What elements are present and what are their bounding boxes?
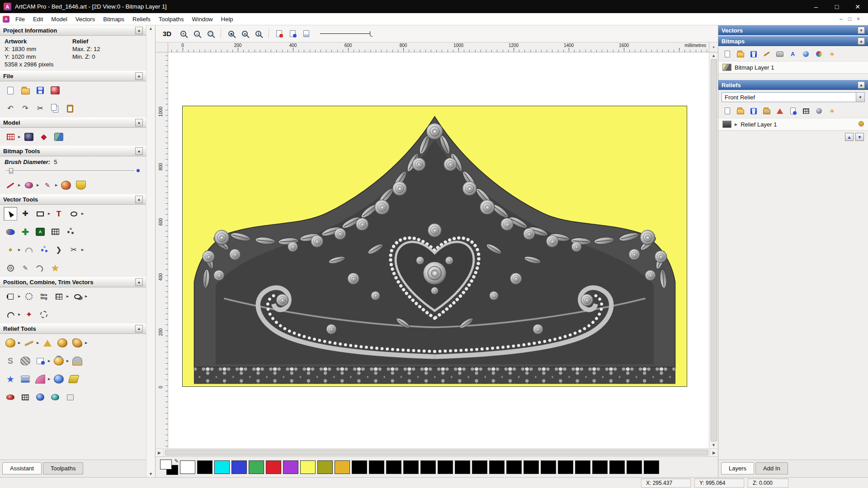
primary-colour-swatch[interactable] [160, 460, 172, 469]
offset-relief-icon[interactable] [67, 372, 80, 386]
view-3d-button[interactable]: 3D [160, 29, 174, 38]
dome-relief-icon[interactable] [56, 336, 69, 350]
flyout-icon[interactable]: ▶ [48, 359, 51, 363]
paint-brush-icon[interactable] [4, 178, 17, 192]
new-bitmap-layer-icon[interactable] [722, 49, 733, 59]
red-shape-icon[interactable] [4, 390, 17, 404]
layer-visibility-icon[interactable]: ☀ [826, 106, 838, 116]
weld-vectors-icon[interactable]: ✦ [22, 308, 36, 321]
create-star-icon[interactable]: ★ [48, 261, 62, 275]
sheet-relief-icon[interactable] [63, 390, 77, 404]
create-arc-icon[interactable] [22, 243, 36, 257]
preview-relief-icon[interactable] [300, 28, 312, 39]
palette-swatch[interactable] [369, 460, 384, 474]
zoom-fit-icon[interactable]: ■ [225, 28, 237, 39]
rotate-copy-icon[interactable] [22, 290, 36, 303]
scroll-up-icon[interactable]: ▲ [712, 53, 716, 58]
drop-sphere-icon[interactable] [52, 354, 66, 368]
menu-model[interactable]: Model [47, 14, 71, 24]
scroll-thumb[interactable] [165, 450, 708, 455]
join-curves-icon[interactable] [4, 308, 17, 321]
fit-curve-icon[interactable]: ❯ [52, 243, 66, 257]
zoom-in-icon[interactable]: + [177, 28, 189, 39]
palette-swatch[interactable] [455, 460, 470, 474]
brush-diameter-slider[interactable] [5, 167, 141, 174]
star-wizard-icon[interactable]: ★ [4, 372, 17, 386]
menu-edit[interactable]: Edit [29, 14, 47, 24]
save-model-icon[interactable] [33, 84, 47, 97]
line-width-control[interactable] [320, 31, 373, 37]
load-image-icon[interactable] [52, 130, 66, 144]
flyout-icon[interactable]: ▶ [18, 248, 21, 252]
palette-swatch[interactable] [575, 460, 590, 474]
save-relief-layer-icon[interactable] [748, 106, 759, 116]
text-layer-icon[interactable]: A [787, 49, 798, 59]
ruler-options-icon[interactable]: ▾ [709, 42, 718, 52]
flyout-icon[interactable]: ▶ [18, 313, 21, 316]
merge-layer-icon[interactable] [774, 49, 785, 59]
create-ellipse-icon[interactable] [67, 207, 80, 221]
collapse-icon[interactable]: ▲ [135, 278, 143, 286]
chevron-down-icon[interactable]: ▼ [856, 93, 864, 102]
palette-swatch[interactable] [180, 460, 195, 474]
relief-clipart-icon[interactable] [33, 354, 47, 368]
angle-relief-icon[interactable] [41, 336, 54, 350]
palette-swatch[interactable] [558, 460, 573, 474]
scroll-right-icon[interactable]: ▶ [710, 449, 718, 456]
trim-vectors-icon[interactable]: ✂ [67, 243, 80, 257]
palette-swatch[interactable] [472, 460, 487, 474]
flyout-icon[interactable]: ▶ [66, 295, 70, 298]
menu-help[interactable]: Help [217, 14, 237, 24]
palette-swatch[interactable] [541, 460, 556, 474]
flyout-icon[interactable]: ▶ [37, 183, 40, 187]
flyout-icon[interactable]: ▶ [85, 341, 88, 345]
open-model-icon[interactable] [19, 84, 32, 97]
create-rectangle-icon[interactable] [33, 207, 47, 221]
palette-swatch[interactable] [644, 460, 659, 474]
palette-swatch[interactable] [214, 460, 230, 474]
menu-vectors[interactable]: Vectors [71, 14, 99, 24]
palette-layer-icon[interactable] [813, 49, 825, 59]
pane-splitter-icon[interactable]: ▶ [156, 449, 164, 456]
flyout-icon[interactable]: ▶ [18, 135, 21, 139]
flyout-icon[interactable]: ▶ [81, 248, 85, 252]
menu-reliefs[interactable]: Reliefs [128, 14, 155, 24]
palette-swatch[interactable] [231, 460, 247, 474]
wizard-layer-icon[interactable] [774, 106, 785, 116]
palette-swatch[interactable] [317, 460, 333, 474]
align-vectors-icon[interactable] [52, 290, 66, 303]
mdi-restore-icon[interactable]: □ [848, 16, 851, 22]
zoom-scale-icon[interactable]: 1 [252, 28, 264, 39]
select-vectors-icon[interactable] [4, 207, 17, 221]
palette-swatch[interactable] [352, 460, 367, 474]
spiral-copy-icon[interactable] [37, 308, 51, 321]
sphere-layer-icon[interactable] [813, 106, 825, 116]
palette-swatch[interactable] [627, 460, 642, 474]
drawing-viewport[interactable] [168, 52, 709, 448]
new-relief-layer-icon[interactable] [722, 106, 733, 116]
flyout-icon[interactable]: ▶ [18, 295, 21, 298]
vertical-scrollbar[interactable]: ▲ ▼ [709, 52, 718, 448]
flyout-icon[interactable]: ▶ [85, 295, 88, 298]
palette-swatch[interactable] [300, 460, 316, 474]
flyout-icon[interactable]: ▶ [48, 212, 51, 216]
layer-colour-icon[interactable] [859, 121, 864, 128]
tab-toolpaths[interactable]: Toolpaths [43, 462, 84, 474]
sphere-relief-icon[interactable] [33, 390, 47, 404]
layer-visibility-icon[interactable]: ☀ [826, 49, 838, 59]
adjust-model-icon[interactable] [22, 130, 36, 144]
relief-layer-row[interactable]: ▶ Relief Layer 1 [718, 118, 868, 131]
cut-icon[interactable]: ✂ [33, 102, 47, 115]
palette-swatch[interactable] [283, 460, 298, 474]
mdi-minimize-icon[interactable]: – [840, 16, 843, 22]
model-image[interactable] [182, 106, 687, 387]
calculate-layer-icon[interactable] [800, 106, 811, 116]
maximize-icon[interactable]: □ [826, 0, 847, 13]
palette-swatch[interactable] [506, 460, 522, 474]
fan-relief-icon[interactable] [33, 372, 47, 386]
smooth-relief-icon[interactable] [22, 336, 36, 350]
palette-swatch[interactable] [524, 460, 539, 474]
slider-handle-icon[interactable] [9, 168, 13, 174]
left-panel-scrollbar[interactable]: ▲ ▼ [146, 25, 155, 477]
relief-layer-name[interactable]: Relief Layer 1 [741, 121, 777, 128]
